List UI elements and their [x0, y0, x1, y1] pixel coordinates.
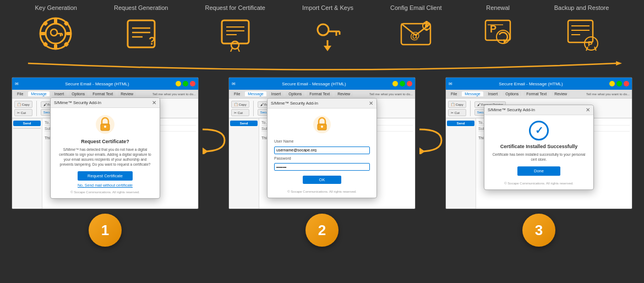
step-2-screenshot: ✉ Secure Email - Message (HTML) File Mes…: [228, 77, 416, 209]
ribbon-group-1: 📋 Copy ✂ Cut: [14, 101, 32, 116]
popup-title-text-1: S/Mime™ Security Add-In: [54, 100, 101, 105]
close-btn-3[interactable]: [624, 81, 629, 86]
left-panel-2: Send: [229, 118, 259, 209]
tab-review-1[interactable]: Review: [118, 91, 136, 96]
win-controls-1: [176, 81, 195, 86]
cut-btn-2[interactable]: ✂ Cut: [231, 109, 249, 116]
popup-text-3: Certificate has been installed successfu…: [491, 152, 587, 162]
cut-btn-1[interactable]: ✂ Cut: [14, 109, 32, 116]
tab-message-1[interactable]: Message: [28, 91, 49, 96]
tab-format-3[interactable]: Format Text: [523, 91, 549, 96]
svg-text:P: P: [490, 24, 496, 35]
workflow-step-renewal: Renewal P: [479, 4, 517, 53]
request-cert-btn[interactable]: Request Certificate: [78, 171, 133, 181]
lock-icon-2: [312, 114, 332, 135]
left-panel-1: Send: [12, 118, 42, 209]
tab-insert-3[interactable]: Insert: [485, 91, 501, 96]
minimize-btn-2[interactable]: [392, 81, 398, 86]
popup-titlebar-1: S/Mime™ Security Add-In ✕: [51, 98, 160, 108]
svg-marker-55: [203, 148, 208, 154]
cut-btn-3[interactable]: ✂ Cut: [448, 109, 466, 116]
tab-options-1[interactable]: Options: [69, 91, 88, 96]
step-1-screenshot: ✉ Secure Email - Message (HTML) File Mes…: [12, 77, 199, 209]
workflow-step-config-email: Config Email Client @: [390, 4, 442, 53]
cert-renew-icon: P: [479, 14, 517, 53]
paste-btn-3[interactable]: 📋 Copy: [448, 101, 466, 108]
tab-options-2[interactable]: Options: [286, 91, 304, 96]
win-titlebar-3: ✉ Secure Email - Message (HTML): [446, 78, 632, 90]
step-1-container: ✉ Secure Email - Message (HTML) File Mes…: [12, 77, 199, 247]
popup-close-btn-3[interactable]: ✕: [586, 107, 590, 113]
svg-rect-37: [425, 29, 428, 31]
minimize-btn-3[interactable]: [609, 81, 615, 86]
send-btn-2[interactable]: Send: [230, 121, 258, 126]
tab-file-3[interactable]: File: [448, 91, 460, 96]
tab-insert-1[interactable]: Insert: [52, 91, 67, 96]
workflow-step-label: Request Generation: [114, 4, 168, 11]
win-app-icon: ✉: [15, 81, 19, 86]
divider-left: [13, 128, 41, 129]
workflow-section: Key Generation Req: [0, 0, 644, 74]
tab-format-2[interactable]: Format Text: [307, 91, 332, 96]
paste-btn-2[interactable]: 📋 Copy: [231, 101, 249, 108]
close-btn[interactable]: [190, 81, 195, 86]
tab-review-2[interactable]: Review: [335, 91, 353, 96]
svg-rect-2: [54, 18, 57, 24]
username-field: User Name: [274, 139, 370, 154]
send-btn-3[interactable]: Send: [447, 121, 474, 126]
step-3-screenshot: ✉ Secure Email - Message (HTML) File Mes…: [445, 77, 632, 209]
password-input[interactable]: [274, 163, 370, 171]
popup-footer-1: © Socape Communications. All rights rese…: [70, 191, 139, 194]
workflow-step-backup-restore: Backup and Restore P: [554, 4, 609, 53]
no-send-link[interactable]: No, Send mail without certificate: [78, 183, 133, 187]
tab-format-1[interactable]: Format Text: [90, 91, 116, 96]
send-btn-1[interactable]: Send: [13, 121, 41, 126]
tab-file-2[interactable]: File: [231, 91, 243, 96]
svg-line-25: [238, 48, 239, 52]
maximize-btn[interactable]: [183, 81, 188, 86]
done-btn[interactable]: Done: [517, 166, 560, 176]
svg-point-54: [104, 126, 106, 128]
username-input[interactable]: [274, 146, 370, 154]
tab-review-3[interactable]: Review: [552, 91, 570, 96]
workflow-step-request-certificate: Request for Certificate: [205, 4, 265, 53]
ok-btn[interactable]: OK: [303, 176, 342, 184]
success-icon: ✓: [529, 121, 549, 140]
divider-1: [36, 101, 37, 116]
workflow-step-import-cert-keys: Import Cert & Keys: [302, 4, 353, 53]
cert-backup-icon: P: [563, 14, 601, 53]
maximize-btn-3[interactable]: [616, 81, 622, 86]
checkmark-icon: ✓: [535, 124, 543, 137]
tab-options-3[interactable]: Options: [503, 91, 521, 96]
ribbon-tabs-3: File Message Insert Options Format Text …: [446, 90, 632, 99]
popup-text-1: S/Mime™ has detected that you do not hav…: [57, 147, 153, 167]
tab-insert-2[interactable]: Insert: [269, 91, 284, 96]
popup-footer-3: © Socape Communications. All rights rese…: [504, 182, 573, 185]
popup-footer-2: © Socape Communications. All rights rese…: [287, 190, 356, 193]
divider-3: [470, 101, 471, 116]
tab-message-3[interactable]: Message: [462, 91, 483, 96]
popup-title-text-2: S/Mime™ Security Add-In: [271, 101, 318, 106]
paste-btn-1[interactable]: 📋 Copy: [14, 101, 32, 108]
popup-close-btn-1[interactable]: ✕: [152, 100, 156, 106]
tab-file-1[interactable]: File: [14, 91, 26, 96]
svg-point-58: [321, 126, 323, 128]
popup-dialog-1: S/Mime™ Security Add-In ✕ Request Certif…: [50, 97, 160, 199]
svg-rect-19: [222, 20, 249, 43]
popup-dialog-3: S/Mime™ Security Add-In ✕ ✓ Certificate …: [484, 105, 594, 190]
minimize-btn[interactable]: [176, 81, 181, 86]
popup-body-1: Request Certificate? S/Mime™ has detecte…: [51, 108, 160, 198]
gear-key-icon: [37, 14, 75, 53]
svg-rect-43: [568, 20, 593, 42]
win-app-icon-2: ✉: [232, 81, 236, 86]
maximize-btn-2[interactable]: [400, 81, 405, 86]
step-number-1: 1: [89, 214, 122, 247]
tab-message-2[interactable]: Message: [245, 91, 266, 96]
win-controls-2: [392, 81, 412, 86]
win-title-3: Secure Email - Message (HTML): [452, 81, 609, 86]
tell-me-2: Tell me what you want to do...: [369, 92, 413, 96]
svg-point-26: [318, 24, 329, 35]
close-btn-2[interactable]: [407, 81, 412, 86]
popup-close-btn-2[interactable]: ✕: [369, 100, 373, 106]
svg-marker-51: [616, 61, 622, 66]
